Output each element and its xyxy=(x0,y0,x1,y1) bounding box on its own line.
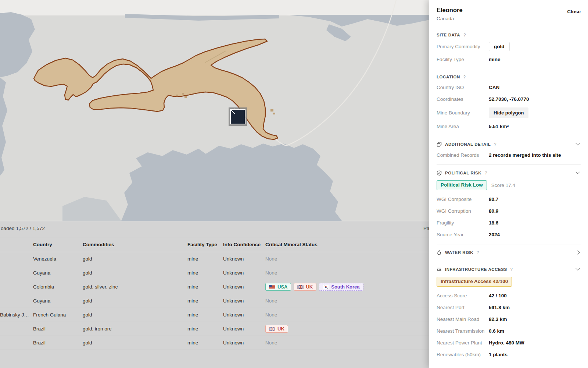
section-header-additional-detail[interactable]: ADDITIONAL DETAIL? xyxy=(437,142,581,147)
field-value: 591.8 km xyxy=(489,305,510,310)
section-political-risk: POLITICAL RISK?Political Risk LowScore 1… xyxy=(437,170,581,238)
critical-mineral-badge-gb: UK xyxy=(265,325,288,333)
help-icon[interactable]: ? xyxy=(485,171,487,175)
cell-info-confidence: Unknown xyxy=(223,326,265,332)
cell-country: Venezuela xyxy=(33,256,83,262)
table-row[interactable]: VenezuelagoldmineUnknownNone xyxy=(0,252,429,266)
critical-mineral-badges: USAUKSouth Korea xyxy=(265,283,426,291)
field-row: WGI Corruption80.9 xyxy=(437,208,581,215)
cell-commodities: gold xyxy=(83,270,187,276)
column-header-facility-type: Facility Type xyxy=(187,242,223,247)
table-row[interactable]: Brazilgold, iron oremineUnknownUK xyxy=(0,322,429,336)
field-row: Facility Typemine xyxy=(437,56,581,63)
field-label: Nearest Main Road xyxy=(437,316,489,322)
droplet-icon xyxy=(437,250,442,255)
critical-mineral-badges: UK xyxy=(265,325,426,333)
help-icon[interactable]: ? xyxy=(477,250,479,255)
column-header-critical-mineral-status: Critical Mineral Status xyxy=(265,242,429,247)
cell-critical-mineral-status: None xyxy=(265,312,429,318)
map-basemap xyxy=(0,0,429,221)
status-none-label: None xyxy=(265,340,277,346)
map-canvas[interactable] xyxy=(0,0,429,221)
help-icon[interactable]: ? xyxy=(463,33,466,37)
field-value: 18.6 xyxy=(489,220,498,226)
table-body: VenezuelagoldmineUnknownNoneGuyanagoldmi… xyxy=(0,252,429,354)
field-value: 52.7030, -76.0770 xyxy=(489,96,529,102)
field-row: Coordinates52.7030, -76.0770 xyxy=(437,96,581,103)
column-header-commodities: Commodities xyxy=(83,242,187,247)
close-button[interactable]: Close xyxy=(567,9,581,14)
chevron-down-icon[interactable] xyxy=(576,141,580,145)
section-header-infrastructure-access[interactable]: INFRASTRUCTURE ACCESS? xyxy=(437,267,581,272)
commodity-chip: gold xyxy=(489,42,510,51)
table-row[interactable]: BrazilgoldmineUnknownNone xyxy=(0,336,429,350)
section-header-water-risk[interactable]: WATER RISK? xyxy=(437,250,581,255)
cell-info-confidence: Unknown xyxy=(223,298,265,304)
field-label: Nearest Transmission xyxy=(437,328,489,334)
badge-label: South Korea xyxy=(331,284,359,289)
section-badge-row: Infrastructure Access 42/100 xyxy=(437,277,581,287)
help-icon[interactable]: ? xyxy=(463,75,466,79)
table-row[interactable]: GuyanagoldmineUnknownNone xyxy=(0,266,429,280)
field-row: Source Year2024 xyxy=(437,231,581,238)
section-header-political-risk[interactable]: POLITICAL RISK? xyxy=(437,170,581,176)
status-none-label: None xyxy=(265,298,277,304)
field-value: mine xyxy=(489,57,501,62)
cell-commodities: gold xyxy=(83,340,187,346)
cell-facility-type: mine xyxy=(187,284,223,290)
map-land-light xyxy=(0,0,429,15)
results-table[interactable]: Country Commodities Facility Type Info C… xyxy=(0,237,429,354)
section-divider xyxy=(437,261,581,261)
section-additional-detail: ADDITIONAL DETAIL?Combined Records2 reco… xyxy=(437,142,581,159)
field-label: Nearest Port xyxy=(437,305,489,310)
shield-check-icon xyxy=(437,170,442,176)
table-row[interactable]: BrazilgoldmineUnknownNone xyxy=(0,350,429,354)
cell-facility-type: mine xyxy=(187,340,223,346)
section-divider xyxy=(437,244,581,244)
field-value: 0.6 km xyxy=(489,328,504,334)
table-row[interactable]: Colombiagold, silver, zincmineUnknownUSA… xyxy=(0,280,429,294)
field-row: Mine Area5.51 km² xyxy=(437,123,581,130)
help-icon[interactable]: ? xyxy=(494,142,496,146)
cell-info-confidence: Unknown xyxy=(223,284,265,290)
cell-facility-type: mine xyxy=(187,298,223,304)
cell-name: Babinsky J… xyxy=(0,312,33,318)
hide-polygon-button[interactable]: Hide polygon xyxy=(489,107,528,118)
field-label: Facility Type xyxy=(437,57,489,62)
field-label: WGI Corruption xyxy=(437,208,489,214)
field-value: 2024 xyxy=(489,232,500,237)
chevron-down-icon[interactable] xyxy=(576,170,580,174)
field-label: Mine Boundary xyxy=(437,110,489,116)
panel-sections: SITE DATA?Primary CommoditygoldFacility … xyxy=(429,33,588,358)
mine-marker[interactable] xyxy=(229,107,247,126)
chevron-right-icon[interactable] xyxy=(576,250,580,254)
field-label: Primary Commodity xyxy=(437,44,489,49)
badge-label: UK xyxy=(277,326,284,331)
section-header-location[interactable]: LOCATION? xyxy=(437,75,581,79)
status-none-label: None xyxy=(265,256,277,262)
results-count: oaded 1,572 / 1,572 xyxy=(1,226,45,231)
cell-commodities: gold, silver, zinc xyxy=(83,284,187,290)
cell-critical-mineral-status: None xyxy=(265,340,429,346)
section-divider xyxy=(437,136,581,136)
table-row[interactable]: Babinsky J…French GuianagoldmineUnknownN… xyxy=(0,308,429,322)
cell-country: Brazil xyxy=(33,340,83,346)
cell-facility-type: mine xyxy=(187,312,223,318)
column-header-info-confidence: Info Confidence xyxy=(223,242,265,247)
results-statusbar: oaded 1,572 / 1,572 Pa xyxy=(0,221,429,237)
table-row[interactable]: GuyanagoldmineUnknownNone xyxy=(0,294,429,308)
field-label: Source Year xyxy=(437,232,489,237)
badge-note: Score 17.4 xyxy=(491,183,515,188)
cell-commodities: gold, iron ore xyxy=(83,326,187,332)
combine-icon xyxy=(437,142,442,147)
field-row: Mine BoundaryHide polygon xyxy=(437,107,581,118)
section-title: POLITICAL RISK xyxy=(445,171,481,175)
section-title: ADDITIONAL DETAIL xyxy=(445,142,491,146)
help-icon[interactable]: ? xyxy=(510,267,513,272)
section-header-site-data[interactable]: SITE DATA? xyxy=(437,33,581,37)
cell-country: Colombia xyxy=(33,284,83,290)
chevron-down-icon[interactable] xyxy=(576,266,580,270)
cell-country: Guyana xyxy=(33,270,83,276)
section-title: SITE DATA xyxy=(437,33,460,37)
cell-country: French Guiana xyxy=(33,312,83,318)
